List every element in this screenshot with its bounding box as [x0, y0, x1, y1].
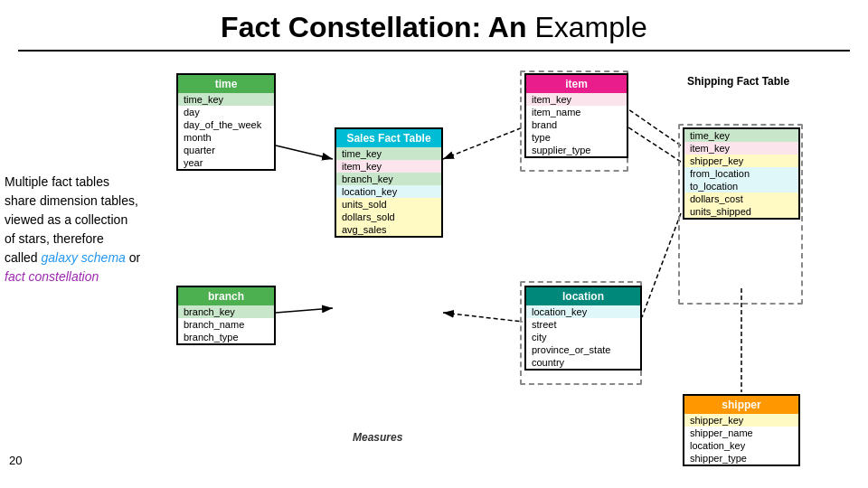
shipper-row-type: shipper_type — [684, 452, 798, 465]
svg-line-6 — [628, 109, 681, 145]
svg-line-8 — [642, 213, 681, 317]
shipper-row-name: shipper_name — [684, 427, 798, 439]
desc-line2: share dimension tables, — [5, 192, 140, 211]
location-row-province: province_or_state — [526, 343, 640, 356]
item-row-name: item_name — [526, 106, 627, 118]
ship-row-units-shipped: units_shipped — [684, 205, 798, 218]
item-row-type: type — [526, 131, 627, 144]
sales-row-branch-key: branch_key — [336, 173, 441, 185]
svg-line-3 — [276, 308, 333, 313]
sales-fact-table: Sales Fact Table time_key item_key branc… — [335, 127, 443, 238]
branch-row-type: branch_type — [178, 331, 274, 343]
ship-row-to-loc: to_location — [684, 180, 798, 192]
shipping-fact-table: time_key item_key shipper_key from_locat… — [683, 127, 800, 220]
measures-label: Measures — [353, 431, 402, 444]
time-table-header: time — [178, 75, 274, 93]
ship-row-shipper-key: shipper_key — [684, 155, 798, 167]
branch-row-key: branch_key — [178, 305, 274, 318]
ship-row-time-key: time_key — [684, 129, 798, 142]
svg-line-7 — [628, 127, 681, 162]
description-text: Multiple fact tables share dimension tab… — [5, 173, 140, 286]
location-row-country: country — [526, 356, 640, 369]
location-row-street: street — [526, 318, 640, 331]
ship-row-item-key: item_key — [684, 142, 798, 155]
shipper-table-header: shipper — [684, 396, 798, 414]
ship-row-dollars-cost: dollars_cost — [684, 192, 798, 205]
time-row-dow: day_of_the_week — [178, 118, 274, 131]
branch-dimension-table: branch branch_key branch_name branch_typ… — [176, 286, 276, 345]
location-table-header: location — [526, 287, 640, 305]
branch-table-header: branch — [178, 287, 274, 305]
time-dimension-table: time time_key day day_of_the_week month … — [176, 73, 276, 171]
sales-row-avg-sales: avg_sales — [336, 223, 441, 236]
time-row-year: year — [178, 156, 274, 169]
shipping-fact-label: Shipping Fact Table — [687, 75, 789, 88]
svg-line-2 — [276, 145, 333, 159]
ship-row-from-loc: from_location — [684, 167, 798, 180]
time-row-quarter: quarter — [178, 144, 274, 156]
desc-line6: fact constellation — [5, 267, 140, 286]
item-row-brand: brand — [526, 118, 627, 131]
sales-row-dollars-sold: dollars_sold — [336, 211, 441, 223]
time-row-day: day — [178, 106, 274, 118]
time-row-month: month — [178, 131, 274, 144]
desc-line1: Multiple fact tables — [5, 173, 140, 192]
location-row-city: city — [526, 331, 640, 343]
shipper-row-key: shipper_key — [684, 414, 798, 427]
desc-line4: of stars, therefore — [5, 230, 140, 249]
sales-row-units-sold: units_sold — [336, 198, 441, 211]
shipper-row-location: location_key — [684, 439, 798, 452]
sales-fact-header: Sales Fact Table — [336, 129, 441, 147]
sales-row-location-key: location_key — [336, 185, 441, 198]
svg-line-5 — [443, 313, 523, 322]
item-dimension-table: item item_key item_name brand type suppl… — [524, 73, 628, 158]
sales-row-item-key: item_key — [336, 160, 441, 173]
page-title: Fact Constellation: An Example — [0, 0, 868, 50]
item-row-key: item_key — [526, 93, 627, 106]
page-number: 20 — [9, 454, 22, 467]
item-row-supplier-type: supplier_type — [526, 144, 627, 156]
time-row-key: time_key — [178, 93, 274, 106]
svg-line-4 — [443, 127, 523, 159]
location-dimension-table: location location_key street city provin… — [524, 286, 642, 371]
desc-line5: called galaxy schema or — [5, 249, 140, 267]
branch-row-name: branch_name — [178, 318, 274, 331]
location-row-key: location_key — [526, 305, 640, 318]
sales-row-time-key: time_key — [336, 147, 441, 160]
desc-line3: viewed as a collection — [5, 211, 140, 230]
item-table-header: item — [526, 75, 627, 93]
shipper-dimension-table: shipper shipper_key shipper_name locatio… — [683, 394, 800, 466]
